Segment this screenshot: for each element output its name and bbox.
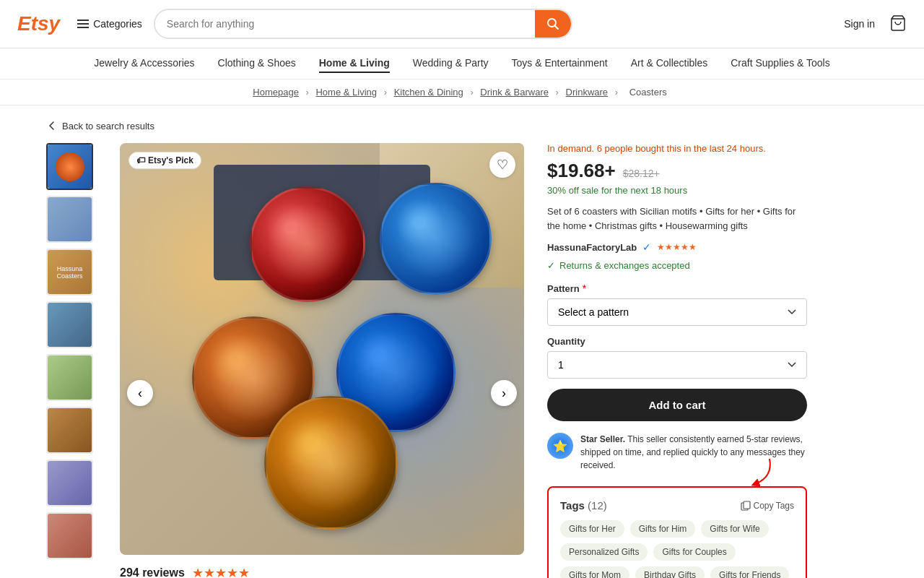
product-info: In demand. 6 people bought this in the l… <box>547 143 807 578</box>
categories-button[interactable]: Categories <box>77 18 142 30</box>
product-description: Set of 6 coasters with Sicilian motifs •… <box>547 204 807 233</box>
pattern-select[interactable]: Select a pattern <box>547 298 807 326</box>
thumbnail-list: Hassuna Coasters <box>46 143 97 578</box>
search-icon <box>546 17 559 30</box>
etsy-pick-badge: Etsy's Pick <box>128 152 201 169</box>
svg-line-4 <box>554 26 558 30</box>
add-to-cart-button[interactable]: Add to cart <box>547 389 807 421</box>
thumbnail-2[interactable] <box>46 196 93 243</box>
svg-rect-7 <box>744 501 750 509</box>
seller-stars: ★★★★★ <box>657 242 697 252</box>
quantity-label-row: Quantity <box>547 336 807 347</box>
tag-gifts-him[interactable]: Gifts for Him <box>630 520 696 538</box>
svg-rect-0 <box>77 20 89 21</box>
sale-text: 30% off sale for the next 18 hours <box>547 185 807 196</box>
header: Etsy Categories Sign in <box>0 0 924 48</box>
tag-gifts-couples[interactable]: Gifts for Couples <box>653 543 735 561</box>
copy-tags-button[interactable]: Copy Tags <box>741 501 794 511</box>
tags-grid: Gifts for Her Gifts for Him Gifts for Wi… <box>560 520 794 578</box>
search-input[interactable] <box>155 11 535 37</box>
thumbnail-6[interactable] <box>46 407 93 454</box>
price-original: $28.12+ <box>623 168 660 179</box>
tag-gifts-wife[interactable]: Gifts for Wife <box>701 520 768 538</box>
cart-icon[interactable] <box>889 14 907 34</box>
thumbnail-3[interactable]: Hassuna Coasters <box>46 249 93 296</box>
tag-gifts-mom[interactable]: Gifts for Mom <box>560 566 629 578</box>
tag-personalized[interactable]: Personalized Gifts <box>560 543 648 561</box>
review-stars: ★★★★★ <box>192 565 250 578</box>
back-to-results[interactable]: Back to search results <box>46 120 878 131</box>
price-main: $19.68+ <box>547 160 616 182</box>
thumbnail-7[interactable] <box>46 460 93 506</box>
svg-rect-1 <box>77 23 89 25</box>
nav-toys[interactable]: Toys & Entertainment <box>512 54 608 73</box>
returns-text: Returns & exchanges accepted <box>559 260 690 271</box>
price-row: $19.68+ $28.12+ <box>547 160 807 182</box>
checkmark-icon: ✓ <box>547 260 555 271</box>
verified-icon: ✓ <box>642 241 651 253</box>
breadcrumb: Homepage › Home & Living › Kitchen & Din… <box>0 79 924 105</box>
tags-header: Tags (12) Copy Tags <box>560 499 794 512</box>
main-product-image <box>120 143 524 555</box>
nav-art[interactable]: Art & Collectibles <box>631 54 708 73</box>
hamburger-icon <box>77 20 89 28</box>
arrow-annotation <box>719 455 777 491</box>
main-image-container: Etsy's Pick <box>120 143 524 578</box>
breadcrumb-current: Coasters <box>629 87 667 98</box>
thumbnail-5[interactable] <box>46 354 93 401</box>
required-star: * <box>583 282 586 294</box>
search-bar <box>154 9 572 39</box>
tags-section: Tags (12) Copy Tags Gifts for Her Gifts … <box>547 486 807 578</box>
demand-text: In demand. 6 people bought this in the l… <box>547 143 807 154</box>
thumbnail-8[interactable] <box>46 512 93 559</box>
tag-gifts-friends[interactable]: Gifts for Friends <box>710 566 789 578</box>
sign-in-button[interactable]: Sign in <box>844 18 875 30</box>
etsy-logo[interactable]: Etsy <box>17 12 60 35</box>
breadcrumb-kitchen[interactable]: Kitchen & Dining <box>394 87 463 98</box>
header-right: Sign in <box>844 14 907 34</box>
nav-home-living[interactable]: Home & Living <box>319 54 390 73</box>
svg-rect-2 <box>77 27 89 28</box>
tag-gifts-her[interactable]: Gifts for Her <box>560 520 624 538</box>
tags-title: Tags (12) <box>560 499 607 512</box>
copy-icon <box>741 501 751 511</box>
breadcrumb-homepage[interactable]: Homepage <box>253 87 299 98</box>
quantity-label: Quantity <box>547 336 585 347</box>
seller-row: HassunaFactoryLab ✓ ★★★★★ <box>547 241 807 253</box>
quantity-select[interactable]: 1 2 3 <box>547 351 807 379</box>
breadcrumb-drink[interactable]: Drink & Barware <box>480 87 549 98</box>
category-nav: Jewelry & Accessories Clothing & Shoes H… <box>0 48 924 79</box>
search-button[interactable] <box>535 10 571 38</box>
next-image-button[interactable]: › <box>491 380 517 406</box>
thumbnail-1[interactable] <box>46 143 93 190</box>
reviews-row: 294 reviews ★★★★★ <box>120 565 524 578</box>
pattern-label: Pattern <box>547 283 580 294</box>
seller-name[interactable]: HassunaFactoryLab <box>547 242 637 253</box>
main-content: Back to search results Hassuna Coasters <box>29 105 895 578</box>
pattern-label-row: Pattern * <box>547 282 807 294</box>
star-seller-icon: ⭐ <box>547 433 573 459</box>
nav-craft[interactable]: Craft Supplies & Tools <box>731 54 829 73</box>
back-arrow-icon <box>46 120 58 131</box>
breadcrumb-drinkware[interactable]: Drinkware <box>566 87 609 98</box>
nav-wedding[interactable]: Wedding & Party <box>413 54 489 73</box>
breadcrumb-home-living[interactable]: Home & Living <box>315 87 377 98</box>
favorite-button[interactable]: ♡ <box>489 152 515 178</box>
thumbnail-4[interactable] <box>46 301 93 348</box>
returns-row: ✓ Returns & exchanges accepted <box>547 260 807 271</box>
review-count: 294 reviews <box>120 566 185 578</box>
tag-birthday[interactable]: Birthday Gifts <box>635 566 705 578</box>
nav-jewelry[interactable]: Jewelry & Accessories <box>94 54 194 73</box>
product-layout: Hassuna Coasters Etsy's Pick <box>46 143 878 578</box>
nav-clothing[interactable]: Clothing & Shoes <box>218 54 296 73</box>
prev-image-button[interactable]: ‹ <box>127 380 153 406</box>
